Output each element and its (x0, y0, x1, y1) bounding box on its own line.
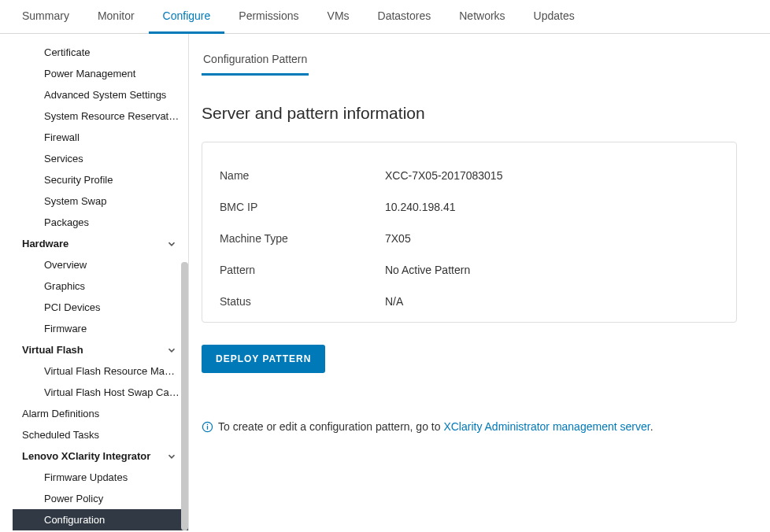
sidebar-item-configuration[interactable]: Configuration (13, 509, 188, 530)
value-machine-type: 7X05 (385, 232, 411, 245)
sidebar-item-vflash-resource-management[interactable]: Virtual Flash Resource Man… (13, 360, 188, 382)
tab-vms[interactable]: VMs (313, 0, 364, 34)
label-pattern: Pattern (220, 264, 385, 276)
tab-updates[interactable]: Updates (520, 0, 589, 34)
svg-rect-2 (207, 423, 208, 424)
sidebar-heading-virtual-flash-label: Virtual Flash (22, 344, 83, 356)
sidebar-item-scheduled-tasks-label: Scheduled Tasks (22, 429, 99, 441)
hint-suffix: . (650, 420, 653, 433)
tab-configure[interactable]: Configure (149, 0, 225, 34)
tab-permissions[interactable]: Permissions (224, 0, 313, 34)
content-tabs: Configuration Pattern (202, 45, 770, 76)
row-status: Status N/A (220, 286, 719, 317)
sidebar-item-advanced-system-settings[interactable]: Advanced System Settings (13, 84, 188, 105)
chevron-down-icon (166, 451, 177, 462)
sidebar-item-vflash-host-swap-cache[interactable]: Virtual Flash Host Swap Ca… (13, 382, 188, 403)
sidebar-heading-lxci-label: Lenovo XClarity Integrator (22, 450, 150, 462)
row-machine-type: Machine Type 7X05 (220, 223, 719, 254)
sidebar-item-power-management[interactable]: Power Management (13, 63, 188, 84)
content-area: Configuration Pattern Server and pattern… (189, 34, 770, 530)
value-pattern: No Active Pattern (385, 264, 470, 276)
sidebar-item-system-resource-reservation[interactable]: System Resource Reservati… (13, 105, 188, 127)
value-bmc-ip: 10.240.198.41 (385, 201, 456, 213)
value-name: XCC-7X05-2017083015 (385, 169, 502, 182)
tab-monitor[interactable]: Monitor (83, 0, 149, 34)
info-icon (202, 421, 213, 433)
sidebar-heading-hardware[interactable]: Hardware (13, 233, 188, 254)
scrollbar-thumb[interactable] (181, 262, 188, 530)
sidebar: Certificate Power Management Advanced Sy… (0, 34, 189, 530)
label-name: Name (220, 169, 385, 182)
sidebar-item-firmware-updates[interactable]: Firmware Updates (13, 467, 188, 488)
sidebar-item-system-swap[interactable]: System Swap (13, 190, 188, 212)
label-status: Status (220, 295, 385, 308)
content-tab-configuration-pattern[interactable]: Configuration Pattern (202, 45, 309, 76)
page-title: Server and pattern information (202, 104, 742, 123)
sidebar-heading-lxci[interactable]: Lenovo XClarity Integrator (13, 445, 188, 467)
sidebar-item-firmware[interactable]: Firmware (13, 318, 188, 339)
sidebar-item-pci-devices[interactable]: PCI Devices (13, 297, 188, 318)
label-bmc-ip: BMC IP (220, 201, 385, 213)
hint-prefix: To create or edit a configuration patter… (218, 420, 443, 433)
chevron-down-icon (166, 345, 177, 356)
deploy-pattern-button[interactable]: DEPLOY PATTERN (202, 345, 325, 373)
tab-networks[interactable]: Networks (445, 0, 519, 34)
tab-summary[interactable]: Summary (8, 0, 83, 34)
row-pattern: Pattern No Active Pattern (220, 254, 719, 286)
svg-rect-1 (207, 426, 208, 430)
sidebar-heading-virtual-flash[interactable]: Virtual Flash (13, 339, 188, 360)
server-info-card: Name XCC-7X05-2017083015 BMC IP 10.240.1… (202, 142, 737, 323)
hint-link[interactable]: XClarity Administrator management server (443, 420, 650, 433)
sidebar-item-packages[interactable]: Packages (13, 212, 188, 233)
value-status: N/A (385, 295, 403, 308)
tab-datastores[interactable]: Datastores (364, 0, 446, 34)
row-bmc-ip: BMC IP 10.240.198.41 (220, 191, 719, 223)
label-machine-type: Machine Type (220, 232, 385, 245)
sidebar-item-services[interactable]: Services (13, 148, 188, 169)
sidebar-item-certificate[interactable]: Certificate (13, 42, 188, 63)
row-name: Name XCC-7X05-2017083015 (220, 160, 719, 191)
top-tabs: Summary Monitor Configure Permissions VM… (0, 0, 770, 34)
chevron-down-icon (166, 238, 177, 249)
sidebar-item-power-policy[interactable]: Power Policy (13, 488, 188, 509)
sidebar-heading-hardware-label: Hardware (22, 238, 68, 249)
sidebar-item-alarm-definitions-label: Alarm Definitions (22, 408, 99, 419)
sidebar-item-alarm-definitions[interactable]: Alarm Definitions (13, 403, 188, 424)
sidebar-item-firewall[interactable]: Firewall (13, 127, 188, 148)
sidebar-item-security-profile[interactable]: Security Profile (13, 169, 188, 190)
hint-text: To create or edit a configuration patter… (202, 420, 742, 433)
sidebar-item-graphics[interactable]: Graphics (13, 275, 188, 297)
sidebar-item-overview[interactable]: Overview (13, 254, 188, 275)
sidebar-item-scheduled-tasks[interactable]: Scheduled Tasks (13, 424, 188, 445)
